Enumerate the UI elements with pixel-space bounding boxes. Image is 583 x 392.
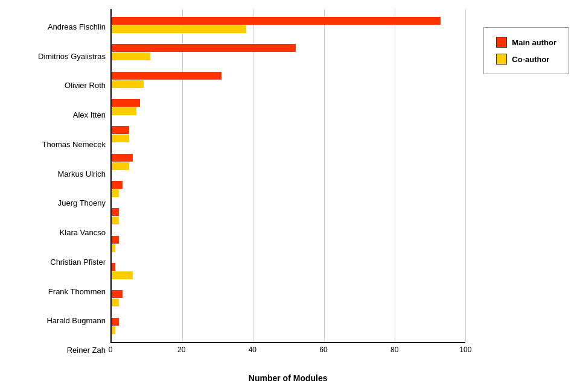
x-axis-labels: 020406080100: [110, 346, 465, 358]
bar-co-reiner-zah: [112, 326, 115, 334]
x-label-0: 0: [109, 346, 113, 354]
bar-co-thomas-nemecek: [112, 134, 129, 142]
bar-main-klara-vancso: [112, 208, 119, 216]
x-axis-title: Number of Modules: [110, 373, 465, 383]
legend-item-co: Co-author: [496, 54, 556, 65]
legend-box-main: [496, 37, 507, 48]
bar-co-dimitrios-gyalistras: [112, 52, 150, 60]
bar-pair-reiner-zah: [112, 314, 465, 338]
y-label-klara-vancso: Klara Vancso: [60, 229, 106, 236]
bar-pair-frank-thommen: [112, 259, 465, 283]
bar-co-alex-itten: [112, 107, 136, 115]
bar-main-frank-thommen: [112, 263, 115, 271]
legend-co-label: Co-author: [512, 55, 549, 64]
y-label-frank-thommen: Frank Thommen: [48, 288, 106, 296]
bar-co-harald-bugmann: [112, 299, 119, 306]
y-label-juerg-thoeny: Juerg Thoeny: [58, 199, 106, 207]
bar-pair-olivier-roth: [112, 68, 465, 92]
chart-inner: Andreas FischlinDimitrios GyalistrasOliv…: [14, 9, 465, 383]
y-label-christian-pfister: Christian Pfister: [50, 258, 106, 266]
bar-main-andreas-fischlin: [112, 17, 441, 25]
bar-main-christian-pfister: [112, 236, 119, 244]
bar-co-juerg-thoeny: [112, 189, 119, 197]
bar-co-frank-thommen: [112, 271, 133, 279]
bars-group: [112, 9, 465, 342]
y-axis-labels: Andreas FischlinDimitrios GyalistrasOliv…: [14, 9, 110, 383]
bar-main-reiner-zah: [112, 318, 119, 326]
bar-pair-dimitrios-gyalistras: [112, 40, 465, 65]
y-label-andreas-fischlin: Andreas Fischlin: [48, 23, 106, 31]
bar-pair-klara-vancso: [112, 204, 465, 229]
legend-box-co: [496, 54, 507, 65]
bar-main-harald-bugmann: [112, 290, 123, 298]
bars-and-grid: 020406080100 Number of Modules: [110, 9, 465, 383]
bar-co-klara-vancso: [112, 217, 119, 224]
y-label-harald-bugmann: Harald Bugmann: [46, 317, 106, 324]
bar-pair-alex-itten: [112, 95, 465, 119]
x-label-100: 100: [459, 346, 471, 354]
legend-main-label: Main author: [512, 38, 556, 47]
bar-main-alex-itten: [112, 99, 140, 107]
bar-pair-andreas-fischlin: [112, 13, 465, 37]
y-label-reiner-zah: Reiner Zah: [67, 346, 106, 354]
legend: Main author Co-author: [483, 27, 569, 74]
bar-co-christian-pfister: [112, 244, 115, 252]
bar-main-thomas-nemecek: [112, 126, 129, 134]
bar-pair-juerg-thoeny: [112, 177, 465, 201]
bar-main-olivier-roth: [112, 72, 221, 80]
bar-pair-thomas-nemecek: [112, 122, 465, 147]
bar-co-markus-ulrich: [112, 162, 129, 170]
x-label-60: 60: [319, 346, 327, 354]
y-label-alex-itten: Alex Itten: [73, 111, 106, 119]
y-label-dimitrios-gyalistras: Dimitrios Gyalistras: [38, 52, 106, 60]
y-label-markus-ulrich: Markus Ulrich: [58, 170, 106, 178]
chart-container: Andreas FischlinDimitrios GyalistrasOliv…: [14, 9, 569, 383]
y-label-thomas-nemecek: Thomas Nemecek: [42, 141, 106, 148]
bar-main-markus-ulrich: [112, 154, 133, 162]
bar-co-olivier-roth: [112, 80, 144, 88]
grid-line-100: [465, 9, 466, 342]
bar-main-dimitrios-gyalistras: [112, 44, 296, 52]
y-label-olivier-roth: Olivier Roth: [65, 81, 106, 89]
x-label-80: 80: [390, 346, 398, 354]
x-label-40: 40: [249, 346, 256, 354]
x-label-20: 20: [177, 346, 185, 354]
bar-pair-markus-ulrich: [112, 150, 465, 174]
grid-and-bars: [110, 9, 465, 343]
bar-pair-christian-pfister: [112, 232, 465, 256]
chart-area: Andreas FischlinDimitrios GyalistrasOliv…: [14, 9, 569, 383]
bar-main-juerg-thoeny: [112, 181, 123, 189]
bar-co-andreas-fischlin: [112, 25, 246, 33]
legend-item-main: Main author: [496, 37, 556, 48]
bar-pair-harald-bugmann: [112, 286, 465, 311]
